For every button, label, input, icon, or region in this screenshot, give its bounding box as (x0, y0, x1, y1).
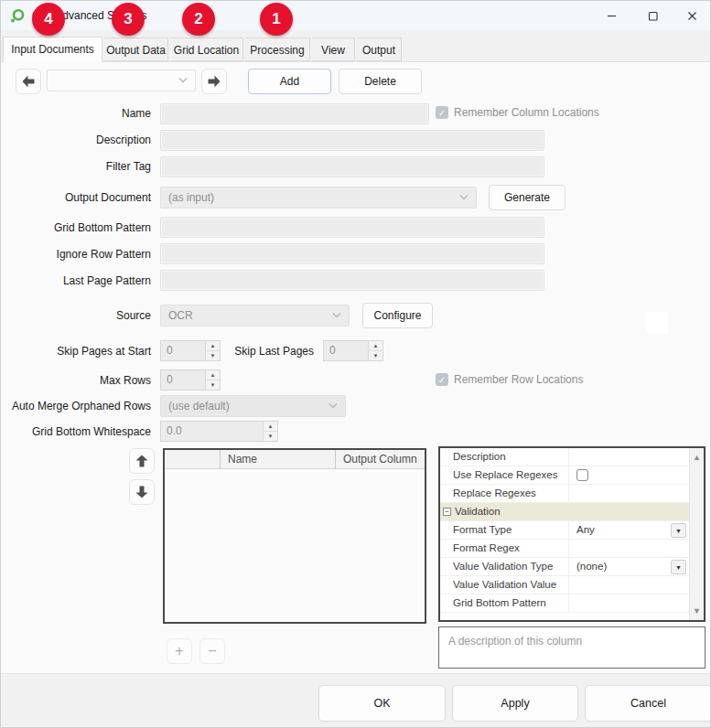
tab-output[interactable]: Output (357, 37, 402, 61)
delete-button[interactable]: Delete (339, 69, 422, 94)
skip-pages-label: Skip Pages at Start (57, 345, 151, 358)
auto-merge-combobox[interactable]: (use default) (160, 395, 346, 417)
max-rows-stepper[interactable]: 0 ▲▼ (160, 369, 221, 391)
output-document-value: (as input) (168, 191, 214, 204)
source-label: Source (116, 309, 151, 322)
tab-input-documents[interactable]: Input Documents (3, 37, 102, 62)
property-row-value-validation-value[interactable]: Value Validation Value (440, 576, 689, 594)
column-description-input[interactable]: A description of this column (438, 626, 706, 669)
tab-view[interactable]: View (312, 37, 355, 61)
property-label: Value Validation Value (453, 579, 566, 590)
generate-button[interactable]: Generate (489, 185, 566, 210)
check-icon: ✓ (438, 375, 446, 385)
property-row-grid-bottom-pattern[interactable]: Grid Bottom Pattern (440, 594, 689, 613)
dropdown-button[interactable]: ▼ (671, 560, 686, 574)
property-value-cell[interactable] (568, 594, 689, 612)
tab-strip: Input DocumentsOutput DataGrid LocationP… (1, 30, 711, 62)
ignore-row-pattern-label: Ignore Row Pattern (57, 248, 151, 261)
spinner-up-icon[interactable]: ▲ (264, 422, 277, 432)
property-row-value-validation-type[interactable]: Value Validation Type(none)▼ (440, 558, 689, 576)
name-input[interactable] (160, 103, 429, 124)
property-row-validation[interactable]: −Validation (440, 503, 689, 521)
grid-bottom-whitespace-stepper[interactable]: 0.0 ▲▼ (160, 421, 278, 442)
cancel-button[interactable]: Cancel (585, 685, 711, 722)
plus-icon: + (175, 643, 183, 659)
scroll-up-icon[interactable]: ▲ (690, 450, 704, 465)
check-icon: ✓ (438, 108, 446, 118)
remove-column-button[interactable]: − (199, 638, 225, 664)
dropdown-button[interactable]: ▼ (671, 523, 686, 538)
title-bar: Grid Advanced Settings (1, 1, 711, 30)
property-row-description[interactable]: Description (440, 448, 689, 466)
property-checkbox[interactable] (576, 469, 588, 481)
source-combobox[interactable]: OCR (160, 305, 350, 327)
arrow-up-icon (135, 454, 149, 468)
last-page-pattern-input[interactable] (160, 270, 544, 291)
filter-tag-input[interactable] (160, 156, 544, 177)
skip-pages-stepper[interactable]: 0 ▲▼ (160, 340, 221, 361)
grid-bottom-pattern-label: Grid Bottom Pattern (54, 221, 151, 234)
ignore-row-pattern-input[interactable] (160, 243, 544, 264)
filter-tag-label: Filter Tag (106, 160, 151, 173)
close-button[interactable] (672, 1, 711, 30)
spinner-up-icon[interactable]: ▲ (206, 370, 220, 380)
property-value: Any (576, 524, 595, 535)
property-value-cell[interactable]: Any▼ (568, 521, 689, 539)
skip-last-pages-stepper[interactable]: 0 ▲▼ (323, 340, 383, 361)
remember-rows-label: Remember Row Locations (454, 373, 583, 386)
spinner-down-icon[interactable]: ▼ (206, 380, 220, 391)
remember-rows-checkbox[interactable]: ✓ (436, 373, 448, 386)
spinner-down-icon[interactable]: ▼ (369, 351, 382, 361)
name-label: Name (122, 107, 151, 120)
tab-processing[interactable]: Processing (245, 37, 310, 61)
add-button[interactable]: Add (248, 69, 331, 94)
collapse-icon[interactable]: − (443, 508, 451, 516)
configure-button[interactable]: Configure (362, 303, 433, 328)
remember-columns-checkbox[interactable]: ✓ (436, 106, 448, 119)
arrow-down-icon (135, 485, 149, 499)
tab-output-data[interactable]: Output Data (104, 37, 168, 61)
columns-table[interactable]: NameOutput Column (163, 448, 426, 624)
chevron-down-icon (178, 77, 188, 83)
grid-bottom-whitespace-label: Grid Bottom Whitespace (32, 425, 151, 438)
property-label: Grid Bottom Pattern (453, 597, 566, 608)
property-grid-scrollbar[interactable]: ▲ ▼ (689, 448, 704, 620)
spinner-up-icon[interactable]: ▲ (369, 341, 382, 351)
minimize-button[interactable] (591, 1, 631, 30)
add-column-button[interactable]: + (167, 638, 192, 664)
property-row-use-replace-regexes[interactable]: Use Replace Regexes (440, 466, 689, 485)
property-value-cell[interactable] (568, 485, 689, 502)
grid-bottom-pattern-input[interactable] (160, 217, 544, 238)
tab-grid-location[interactable]: Grid Location (170, 37, 243, 61)
spinner-up-icon[interactable]: ▲ (206, 341, 220, 351)
document-selector-combobox[interactable] (47, 70, 196, 91)
remember-columns-label: Remember Column Locations (454, 106, 599, 119)
property-row-replace-regexes[interactable]: Replace Regexes (440, 485, 689, 503)
description-input[interactable] (160, 130, 544, 151)
property-value-cell[interactable] (568, 576, 689, 594)
property-value-cell[interactable] (568, 540, 689, 557)
spinner-down-icon[interactable]: ▼ (264, 432, 277, 442)
column-header-name[interactable]: Name (221, 450, 336, 469)
property-grid: DescriptionUse Replace RegexesReplace Re… (438, 446, 706, 622)
scroll-down-icon[interactable]: ▼ (690, 604, 704, 618)
apply-button[interactable]: Apply (452, 685, 578, 722)
move-column-down-button[interactable] (129, 479, 155, 505)
maximize-button[interactable] (632, 1, 673, 30)
column-description-placeholder: A description of this column (448, 635, 582, 648)
property-value-cell[interactable]: (none)▼ (568, 558, 689, 575)
ok-button[interactable]: OK (318, 685, 446, 722)
previous-document-button[interactable] (16, 69, 41, 94)
spinner-down-icon[interactable]: ▼ (206, 351, 220, 361)
property-value-cell[interactable] (568, 466, 689, 484)
source-value: OCR (168, 309, 193, 322)
move-column-up-button[interactable] (129, 448, 155, 474)
property-row-format-type[interactable]: Format TypeAny▼ (440, 521, 689, 540)
property-value-cell[interactable] (568, 448, 689, 466)
output-document-combobox[interactable]: (as input) (160, 187, 477, 209)
column-header-blank[interactable] (165, 450, 221, 469)
column-header-output-column[interactable]: Output Column (336, 450, 425, 469)
property-row-format-regex[interactable]: Format Regex (440, 540, 689, 558)
next-document-button[interactable] (201, 69, 227, 94)
property-grid-rows: DescriptionUse Replace RegexesReplace Re… (440, 448, 689, 613)
